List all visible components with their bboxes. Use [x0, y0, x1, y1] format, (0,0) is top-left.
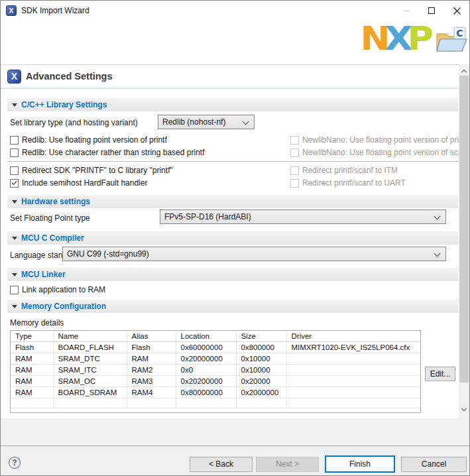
minimize-button: [394, 1, 419, 21]
checkbox-label: NewlibNano: Use floating point version o…: [302, 148, 469, 157]
checkbox-redirect-itm: Redirect printf/scanf to ITM: [290, 166, 398, 175]
back-button[interactable]: < Back: [190, 457, 253, 472]
nxp-letter-n: N: [361, 19, 385, 58]
chevron-down-icon: [461, 405, 467, 410]
collapse-triangle-icon: [12, 200, 17, 204]
checkbox-newlibnano-float-scanf: NewlibNano: Use floating point version o…: [290, 148, 469, 157]
collapse-triangle-icon: [12, 237, 17, 240]
scroll-down-button[interactable]: [459, 404, 469, 414]
help-button[interactable]: ?: [9, 457, 21, 469]
nxp-letter-x: X: [385, 19, 408, 58]
chevron-down-icon: [434, 213, 441, 220]
mcuxpresso-app-icon: X: [6, 5, 17, 16]
collapse-triangle-icon: [12, 103, 17, 107]
section-title: C/C++ Library Settings: [21, 100, 107, 109]
chevron-down-icon: [434, 251, 441, 257]
language-standard-value: GNU C99 (-std=gnu99): [67, 249, 149, 259]
nxp-letter-p: P: [407, 19, 428, 58]
memory-row[interactable]: RAM SRAM_ITC RAM2 0x0 0x10000: [11, 365, 420, 376]
chevron-up-icon: [461, 70, 467, 75]
checkbox-box: [10, 166, 19, 175]
checkbox-redirect-uart: Redirect printf/scanf to UART: [290, 178, 406, 188]
footer: ? < Back Next > Finish Cancel: [1, 418, 470, 476]
maximize-button[interactable]: [419, 1, 444, 21]
svg-text:C: C: [456, 28, 463, 38]
chevron-down-icon: [243, 119, 249, 125]
close-button[interactable]: [444, 1, 469, 21]
check-icon: [12, 180, 17, 185]
page-title: Advanced Settings: [26, 71, 113, 82]
checkbox-box: [10, 149, 19, 157]
section-title: MCU C Compiler: [21, 233, 84, 243]
collapse-triangle-icon: [12, 305, 17, 308]
section-title: Hardware settings: [21, 197, 90, 206]
sdk-import-wizard-window: X SDK Import Wizard NXP C X Advanced: [0, 0, 470, 476]
checkbox-box: [290, 136, 299, 145]
section-hardware-settings[interactable]: Hardware settings: [7, 195, 458, 208]
checkbox-label: Redlib: Use character rather than string…: [22, 148, 204, 157]
vertical-scrollbar[interactable]: [459, 64, 469, 418]
checkbox-redirect-sdk-printf[interactable]: Redirect SDK "PRINTF" to C library "prin…: [10, 166, 173, 175]
col-location: Location: [176, 331, 236, 342]
checkbox-label: Redirect printf/scanf to UART: [302, 178, 406, 188]
checkbox-box: [10, 286, 19, 294]
checkbox-link-to-ram[interactable]: Link application to RAM: [10, 285, 105, 294]
header-divider: [1, 88, 460, 89]
titlebar[interactable]: X SDK Import Wizard: [1, 1, 469, 21]
library-type-select[interactable]: Redlib (nohost-nf): [158, 115, 255, 129]
checkbox-label: Include semihost HardFault handler: [22, 178, 147, 188]
checkbox-redlib-float-printf[interactable]: Redlib: Use floating point version of pr…: [10, 135, 167, 145]
memory-row[interactable]: RAM SRAM_DTC RAM 0x20000000 0x10000: [11, 353, 420, 365]
wizard-content: X Advanced Settings C/C++ Library Settin…: [1, 64, 460, 418]
checkbox-box: [290, 149, 299, 157]
checkbox-box: [10, 136, 19, 145]
memory-details-label: Memory details: [10, 318, 64, 327]
floating-point-value: FPv5-SP-D16 (HardABI): [164, 212, 251, 221]
floating-point-label: Set Floating Point type: [10, 213, 90, 223]
scrollbar-thumb[interactable]: [459, 76, 469, 383]
mcuxpresso-page-icon: X: [7, 70, 21, 84]
checkbox-newlibnano-float-printf: NewlibNano: Use floating point version o…: [290, 135, 467, 145]
section-library-settings[interactable]: C/C++ Library Settings: [7, 98, 458, 111]
memory-row-empty: [11, 398, 420, 408]
memory-table-header: Type Name Alias Location Size Driver: [11, 331, 420, 342]
checkbox-label: Link application to RAM: [22, 285, 105, 294]
finish-button[interactable]: Finish: [325, 455, 395, 473]
language-standard-select[interactable]: GNU C99 (-std=gnu99): [62, 247, 446, 261]
section-memory-configuration[interactable]: Memory Configuration: [7, 300, 458, 313]
checkbox-label: Redlib: Use floating point version of pr…: [22, 135, 167, 145]
col-size: Size: [236, 331, 286, 342]
library-type-value: Redlib (nohost-nf): [162, 117, 225, 127]
section-mcu-c-compiler[interactable]: MCU C Compiler: [7, 231, 458, 245]
checkbox-label: NewlibNano: Use floating point version o…: [302, 135, 467, 145]
col-driver: Driver: [286, 331, 420, 342]
checkbox-box: [10, 179, 19, 188]
col-alias: Alias: [127, 331, 176, 342]
memory-table[interactable]: Type Name Alias Location Size Driver Fla…: [10, 330, 421, 413]
cancel-button[interactable]: Cancel: [401, 457, 467, 472]
section-title: MCU Linker: [21, 270, 66, 279]
floating-point-select[interactable]: FPv5-SP-D16 (HardABI): [160, 209, 446, 224]
scroll-up-button[interactable]: [459, 66, 469, 76]
checkbox-group-divider: [7, 161, 458, 162]
close-icon: [453, 7, 461, 15]
col-name: Name: [53, 331, 127, 342]
footer-divider: [1, 446, 470, 446]
checkbox-redlib-char-printf[interactable]: Redlib: Use character rather than string…: [10, 148, 204, 157]
edit-button[interactable]: Edit...: [425, 367, 455, 381]
checkbox-label: Redirect SDK "PRINTF" to C library "prin…: [22, 166, 173, 175]
window-title: SDK Import Wizard: [21, 6, 89, 15]
checkbox-label: Redirect printf/scanf to ITM: [302, 166, 398, 175]
section-title: Memory Configuration: [21, 302, 106, 311]
checkbox-box: [290, 179, 299, 188]
memory-row[interactable]: RAM SRAM_OC RAM3 0x20200000 0x20000: [11, 376, 420, 387]
checkbox-semihost-hardfault[interactable]: Include semihost HardFault handler: [10, 178, 147, 188]
collapse-triangle-icon: [12, 273, 17, 276]
col-type: Type: [11, 331, 53, 342]
section-mcu-linker[interactable]: MCU Linker: [7, 268, 458, 281]
maximize-icon: [428, 7, 435, 14]
checkbox-box: [290, 166, 299, 175]
memory-row[interactable]: Flash BOARD_FLASH Flash 0x60000000 0x800…: [11, 342, 420, 353]
memory-row[interactable]: RAM BOARD_SDRAM RAM4 0x80000000 0x200000…: [11, 387, 420, 398]
nxp-logo: NXP C: [361, 23, 468, 56]
